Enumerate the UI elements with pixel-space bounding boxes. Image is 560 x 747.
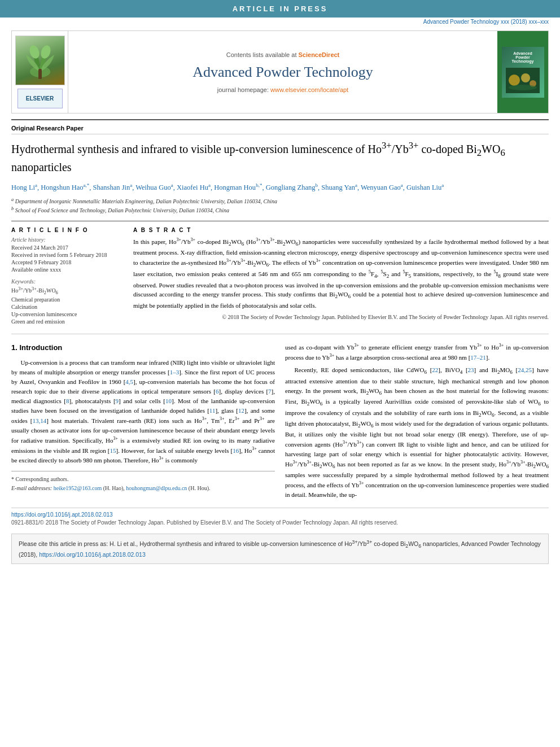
ref-17-21[interactable]: 17–21 (470, 353, 486, 360)
journal-homepage: journal homepage: www.elsevier.com/locat… (217, 86, 348, 93)
intro-col-left: 1. Introduction Up-conversion is a proce… (11, 342, 275, 503)
keywords-label: Keywords: (11, 278, 124, 285)
history-online: Available online xxxx (11, 267, 124, 273)
keyword-1: Ho3+/Yb3+-Bi2WO6 (11, 286, 124, 295)
ref-24-25[interactable]: 24,25 (518, 366, 532, 373)
affiliation-b: b School of Food Science and Technology,… (11, 206, 549, 215)
ref-9[interactable]: 9 (116, 397, 119, 404)
ref-10[interactable]: 10 (165, 397, 172, 404)
ref-1-3[interactable]: 1–3 (170, 369, 180, 375)
ref-12[interactable]: 12 (238, 407, 244, 414)
ref-23[interactable]: 23 (468, 366, 474, 373)
abstract-heading: A B S T R A C T (133, 227, 549, 233)
citation-box: Please cite this article in press as: H.… (11, 534, 549, 564)
journal-title-large: Advanced Powder Technology (193, 64, 373, 81)
apt-journal-thumbnail: AdvancedPowderTechnology (502, 47, 544, 98)
journal-plant-image (15, 36, 65, 85)
introduction-section: 1. Introduction Up-conversion is a proce… (11, 342, 549, 503)
svg-point-5 (509, 75, 520, 86)
keyword-5: Green and red emission (11, 318, 124, 325)
journal-header: ELSEVIER Contents lists available at Sci… (11, 30, 549, 113)
email-hou[interactable]: houhongman@dlpu.edu.cn (126, 485, 187, 491)
footnote-star-line: * Corresponding authors. (11, 475, 275, 484)
keyword-4: Up-conversion luminescence (11, 311, 124, 317)
svg-point-1 (28, 44, 41, 60)
svg-point-8 (509, 85, 537, 90)
article-title: Hydrothermal synthesis and infrared to v… (11, 139, 549, 175)
journal-header-left: ELSEVIER (12, 31, 68, 113)
svg-point-2 (39, 44, 52, 60)
svg-rect-3 (38, 69, 42, 79)
copyright-line: © 2018 The Society of Powder Technology … (133, 314, 549, 320)
section-divider (11, 334, 549, 334)
sciencedirect-link[interactable]: ScienceDirect (299, 51, 340, 58)
article-type: Original Research Paper (11, 120, 549, 134)
footnote-emails: E-mail addresses: heike1952@163.com (H. … (11, 484, 275, 493)
history-received: Received 24 March 2017 (11, 244, 124, 251)
homepage-url[interactable]: www.elsevier.com/locate/apt (270, 86, 348, 93)
article-in-press-banner: ARTICLE IN PRESS (0, 0, 560, 18)
abstract-text: In this paper, Ho3+/Yb3+ co-doped Bi2WO6… (133, 237, 549, 311)
article-history-label: Article history: (11, 237, 124, 243)
history-accepted: Accepted 9 February 2018 (11, 259, 124, 265)
keyword-2: Chemical preparation (11, 296, 124, 303)
authors-line: Hong Lia, Hongshun Haoa,*, Shanshan Jina… (11, 182, 549, 193)
article-footer: https://doi.org/10.1016/j.apt.2018.02.01… (11, 508, 549, 529)
footer-doi: https://doi.org/10.1016/j.apt.2018.02.01… (11, 512, 549, 518)
history-revised: Received in revised form 5 February 2018 (11, 252, 124, 258)
intro-para-2: used as co-dopant with Yb3+ to generate … (285, 342, 549, 362)
intro-para-3: Recently, RE doped semiconductors, like … (285, 365, 549, 500)
journal-header-center: Contents lists available at ScienceDirec… (68, 31, 497, 113)
affiliations: a Department of Inorganic Nonmetallic Ma… (11, 196, 549, 215)
ref-11[interactable]: 11 (209, 407, 216, 414)
svg-point-6 (521, 73, 530, 82)
abstract-column: A B S T R A C T In this paper, Ho3+/Yb3+… (133, 227, 549, 326)
affiliation-a: a Department of Inorganic Nonmetallic Ma… (11, 196, 549, 206)
footnote-area: * Corresponding authors. E-mail addresse… (11, 471, 275, 492)
intro-para-1: Up-conversion is a process that can tran… (11, 358, 275, 465)
article-info-abstract-section: A R T I C L E I N F O Article history: R… (11, 221, 549, 326)
ref-13-14[interactable]: 13,14 (32, 417, 46, 424)
keywords-section: Keywords: Ho3+/Yb3+-Bi2WO6 Chemical prep… (11, 278, 124, 325)
citation-doi-link[interactable]: https://doi.org/10.1016/j.apt.2018.02.01… (39, 551, 146, 558)
email-hao[interactable]: heike1952@163.com (54, 485, 102, 491)
main-content: Original Research Paper Hydrothermal syn… (11, 119, 549, 503)
journal-header-right: AdvancedPowderTechnology (497, 31, 548, 113)
ref-16[interactable]: 16 (233, 447, 239, 453)
intro-heading: 1. Introduction (11, 342, 275, 353)
ref-4-5[interactable]: 4,5 (125, 378, 133, 385)
elsevier-logo: ELSEVIER (18, 89, 63, 108)
contents-available: Contents lists available at ScienceDirec… (226, 51, 340, 58)
journal-doi-line: Advanced Powder Technology xxx (2018) xx… (11, 19, 549, 25)
keyword-3: Calcination (11, 304, 124, 310)
ref-15[interactable]: 15 (110, 447, 116, 453)
article-info-heading: A R T I C L E I N F O (11, 227, 124, 233)
article-info-column: A R T I C L E I N F O Article history: R… (11, 227, 124, 326)
ref-8[interactable]: 8 (66, 397, 69, 404)
ref-22[interactable]: 22 (432, 366, 438, 373)
ref-6[interactable]: 6 (216, 388, 219, 395)
footer-doi-link[interactable]: https://doi.org/10.1016/j.apt.2018.02.01… (11, 512, 113, 518)
footer-issn: 0921-8831/© 2018 The Society of Powder T… (11, 519, 549, 526)
ref-7[interactable]: 7 (268, 388, 272, 395)
intro-col-right: used as co-dopant with Yb3+ to generate … (285, 342, 549, 503)
